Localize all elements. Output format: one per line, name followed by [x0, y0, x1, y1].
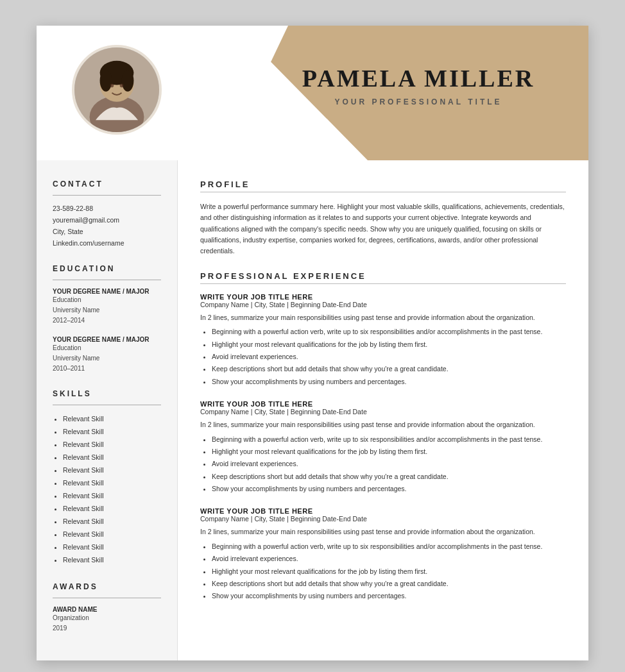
experience-divider — [200, 283, 566, 284]
job-2-bullet-3: Avoid irrelevant experiences. — [212, 458, 566, 469]
contact-linkedin: Linkedin.com/username — [53, 238, 161, 249]
award-year-1: 2019 — [53, 623, 161, 634]
education-divider — [53, 280, 161, 280]
job-summary-2: In 2 lines, summarize your main responsi… — [200, 419, 566, 430]
job-1-bullet-3: Avoid irrelevant experiences. — [212, 351, 566, 362]
job-1-bullet-1: Beginning with a powerful action verb, w… — [212, 326, 566, 337]
job-2-bullet-2: Highlight your most relevant qualificati… — [212, 446, 566, 457]
edu-block-2: YOUR DEGREE NAME / MAJOR Education Unive… — [53, 336, 161, 374]
skill-3: Relevant Skill — [63, 439, 161, 451]
body-layout: CONTACT 23-589-22-88 youremail@gmail.com… — [37, 160, 588, 660]
profile-text: Write a powerful performance summary her… — [200, 201, 566, 257]
edu-type-1: Education — [53, 295, 161, 305]
skill-8: Relevant Skill — [63, 503, 161, 516]
skill-5: Relevant Skill — [63, 464, 161, 477]
job-2-bullet-1: Beginning with a powerful action verb, w… — [212, 434, 566, 445]
education-section-title: EDUCATION — [53, 264, 161, 273]
svg-point-4 — [100, 70, 112, 92]
left-column: CONTACT 23-589-22-88 youremail@gmail.com… — [37, 160, 178, 660]
job-1-bullet-2: Highlight your most relevant qualificati… — [212, 339, 566, 350]
job-3-bullet-5: Show your accomplishments by using numbe… — [212, 591, 566, 601]
job-block-2: WRITE YOUR JOB TITLE HERE Company Name |… — [200, 400, 566, 494]
skill-11: Relevant Skill — [63, 541, 161, 554]
job-block-1: WRITE YOUR JOB TITLE HERE Company Name |… — [200, 293, 566, 387]
profile-photo — [72, 45, 162, 135]
edu-degree-1: YOUR DEGREE NAME / MAJOR — [53, 288, 161, 295]
skill-4: Relevant Skill — [63, 451, 161, 464]
job-summary-3: In 2 lines, summarize your main responsi… — [200, 526, 566, 537]
svg-point-6 — [110, 84, 114, 88]
profile-section-title: PROFILE — [200, 180, 566, 189]
experience-section-title: PROFESSIONAL EXPERIENCE — [200, 271, 566, 281]
job-meta-2: Company Name | City, State | Beginning D… — [200, 408, 566, 416]
job-3-bullet-1: Beginning with a powerful action verb, w… — [212, 541, 566, 552]
profile-divider — [200, 192, 566, 192]
edu-years-1: 2012–2014 — [53, 315, 161, 326]
awards-divider — [53, 598, 161, 598]
skill-2: Relevant Skill — [63, 426, 161, 439]
skill-6: Relevant Skill — [63, 477, 161, 490]
edu-years-2: 2010–2011 — [53, 364, 161, 374]
skill-7: Relevant Skill — [63, 490, 161, 503]
header-area: PAMELA MILLER YOUR PROFESSIONAL TITLE — [37, 26, 588, 160]
contact-location: City, State — [53, 226, 161, 238]
job-meta-1: Company Name | City, State | Beginning D… — [200, 301, 566, 308]
award-block-1: AWARD NAME Organization 2019 — [53, 606, 161, 634]
candidate-title: YOUR PROFESSIONAL TITLE — [268, 97, 569, 106]
job-title-3: WRITE YOUR JOB TITLE HERE — [200, 507, 566, 515]
skill-1: Relevant Skill — [63, 413, 161, 426]
skill-9: Relevant Skill — [63, 516, 161, 528]
skills-list: Relevant Skill Relevant Skill Relevant S… — [53, 413, 161, 566]
contact-email: youremail@gmail.com — [53, 215, 161, 226]
job-block-3: WRITE YOUR JOB TITLE HERE Company Name |… — [200, 507, 566, 601]
skill-12: Relevant Skill — [63, 554, 161, 567]
contact-section-title: CONTACT — [53, 180, 161, 189]
edu-degree-2: YOUR DEGREE NAME / MAJOR — [53, 336, 161, 343]
skills-section-title: SKILLS — [53, 389, 161, 398]
award-name-1: AWARD NAME — [53, 606, 161, 613]
svg-point-7 — [120, 84, 124, 88]
contact-divider — [53, 195, 161, 196]
award-org-1: Organization — [53, 613, 161, 623]
svg-point-5 — [122, 70, 134, 92]
job-meta-3: Company Name | City, State | Beginning D… — [200, 515, 566, 523]
job-bullets-2: Beginning with a powerful action verb, w… — [200, 434, 566, 495]
skills-divider — [53, 405, 161, 405]
skill-10: Relevant Skill — [63, 528, 161, 541]
contact-phone: 23-589-22-88 — [53, 203, 161, 215]
edu-university-2: University Name — [53, 353, 161, 364]
job-summary-1: In 2 lines, summarize your main responsi… — [200, 312, 566, 323]
edu-type-2: Education — [53, 343, 161, 353]
job-title-1: WRITE YOUR JOB TITLE HERE — [200, 293, 566, 301]
resume-paper: PAMELA MILLER YOUR PROFESSIONAL TITLE CO… — [37, 26, 588, 660]
job-2-bullet-4: Keep descriptions short but add details … — [212, 471, 566, 482]
job-1-bullet-5: Show your accomplishments by using numbe… — [212, 376, 566, 387]
job-3-bullet-2: Avoid irrelevant experiences. — [212, 553, 566, 564]
right-column: PROFILE Write a powerful performance sum… — [178, 160, 588, 660]
job-3-bullet-4: Keep descriptions short but add details … — [212, 578, 566, 589]
job-bullets-3: Beginning with a powerful action verb, w… — [200, 541, 566, 602]
job-1-bullet-4: Keep descriptions short but add details … — [212, 364, 566, 374]
job-3-bullet-3: Highlight your most relevant qualificati… — [212, 566, 566, 577]
edu-block-1: YOUR DEGREE NAME / MAJOR Education Unive… — [53, 288, 161, 326]
candidate-name: PAMELA MILLER — [268, 64, 569, 92]
edu-university-1: University Name — [53, 305, 161, 315]
job-2-bullet-5: Show your accomplishments by using numbe… — [212, 483, 566, 494]
header-name-area: PAMELA MILLER YOUR PROFESSIONAL TITLE — [268, 64, 569, 106]
job-bullets-1: Beginning with a powerful action verb, w… — [200, 326, 566, 387]
awards-section-title: AWARDS — [53, 582, 161, 591]
job-title-2: WRITE YOUR JOB TITLE HERE — [200, 400, 566, 408]
